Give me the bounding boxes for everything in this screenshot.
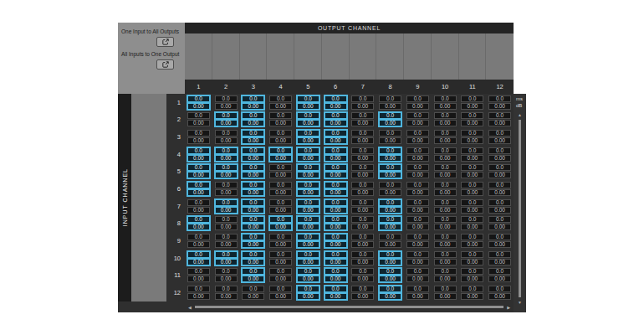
gain-value-box[interactable]: 0.00 <box>406 241 429 248</box>
delay-value-box[interactable]: 0.0 <box>351 216 374 223</box>
gain-value-box[interactable]: 0.00 <box>461 259 483 265</box>
delay-value-box[interactable]: 0.0 <box>325 286 347 292</box>
gain-value-box[interactable]: 0.00 <box>351 241 374 248</box>
delay-value-box[interactable]: 0.0 <box>434 112 457 119</box>
delay-value-box[interactable]: 0.0 <box>187 164 210 171</box>
delay-value-box[interactable]: 0.0 <box>269 130 292 137</box>
gain-value-box[interactable]: 0.00 <box>297 189 319 196</box>
delay-value-box[interactable]: 0.0 <box>242 95 264 102</box>
gain-value-box[interactable]: 0.00 <box>269 137 292 144</box>
gain-value-box[interactable]: 0.00 <box>351 224 374 230</box>
delay-value-box[interactable]: 0.0 <box>488 130 511 137</box>
delay-value-box[interactable]: 0.0 <box>461 112 483 119</box>
gain-value-box[interactable]: 0.00 <box>242 276 264 282</box>
scroll-left-arrow[interactable]: ◀ <box>188 305 192 310</box>
delay-value-box[interactable]: 0.0 <box>215 130 238 137</box>
delay-value-box[interactable]: 0.0 <box>325 234 347 240</box>
delay-value-box[interactable]: 0.0 <box>351 268 374 275</box>
gain-value-box[interactable]: 0.00 <box>269 120 292 126</box>
gain-value-box[interactable]: 0.00 <box>242 137 264 144</box>
gain-value-box[interactable]: 0.00 <box>488 224 511 230</box>
gain-value-box[interactable]: 0.00 <box>187 120 210 126</box>
delay-value-box[interactable]: 0.0 <box>269 147 292 154</box>
gain-value-box[interactable]: 0.00 <box>488 276 511 282</box>
scroll-up-arrow[interactable]: ▲ <box>514 112 526 117</box>
gain-value-box[interactable]: 0.00 <box>325 259 347 265</box>
gain-value-box[interactable]: 0.00 <box>269 103 292 110</box>
gain-value-box[interactable]: 0.00 <box>297 137 319 144</box>
gain-value-box[interactable]: 0.00 <box>242 189 264 196</box>
gain-value-box[interactable]: 0.00 <box>215 276 238 282</box>
gain-value-box[interactable]: 0.00 <box>488 120 511 126</box>
gain-value-box[interactable]: 0.00 <box>297 293 319 300</box>
delay-value-box[interactable]: 0.0 <box>269 199 292 206</box>
delay-value-box[interactable]: 0.0 <box>325 182 347 188</box>
delay-value-box[interactable]: 0.0 <box>461 130 483 137</box>
gain-value-box[interactable]: 0.00 <box>215 137 238 144</box>
gain-value-box[interactable]: 0.00 <box>379 259 401 265</box>
gain-value-box[interactable]: 0.00 <box>215 155 238 162</box>
delay-value-box[interactable]: 0.0 <box>242 182 264 188</box>
gain-value-box[interactable]: 0.00 <box>325 241 347 248</box>
gain-value-box[interactable]: 0.00 <box>242 224 264 230</box>
gain-value-box[interactable]: 0.00 <box>461 189 483 196</box>
gain-value-box[interactable]: 0.00 <box>461 241 483 248</box>
gain-value-box[interactable]: 0.00 <box>379 120 401 126</box>
gain-value-box[interactable]: 0.00 <box>434 276 457 282</box>
delay-value-box[interactable]: 0.0 <box>187 130 210 137</box>
gain-value-box[interactable]: 0.00 <box>297 155 319 162</box>
delay-value-box[interactable]: 0.0 <box>187 95 210 102</box>
delay-value-box[interactable]: 0.0 <box>351 147 374 154</box>
gain-value-box[interactable]: 0.00 <box>269 172 292 178</box>
delay-value-box[interactable]: 0.0 <box>187 182 210 188</box>
delay-value-box[interactable]: 0.0 <box>242 251 264 258</box>
delay-value-box[interactable]: 0.0 <box>269 95 292 102</box>
delay-value-box[interactable]: 0.0 <box>488 216 511 223</box>
gain-value-box[interactable]: 0.00 <box>325 137 347 144</box>
gain-value-box[interactable]: 0.00 <box>488 103 511 110</box>
delay-value-box[interactable]: 0.0 <box>461 147 483 154</box>
delay-value-box[interactable]: 0.0 <box>351 164 374 171</box>
scroll-down-arrow[interactable]: ▼ <box>514 300 526 305</box>
gain-value-box[interactable]: 0.00 <box>325 189 347 196</box>
gain-value-box[interactable]: 0.00 <box>297 120 319 126</box>
delay-value-box[interactable]: 0.0 <box>269 112 292 119</box>
gain-value-box[interactable]: 0.00 <box>215 172 238 178</box>
delay-value-box[interactable]: 0.0 <box>269 268 292 275</box>
delay-value-box[interactable]: 0.0 <box>406 112 429 119</box>
gain-value-box[interactable]: 0.00 <box>187 155 210 162</box>
delay-value-box[interactable]: 0.0 <box>215 164 238 171</box>
gain-value-box[interactable]: 0.00 <box>461 224 483 230</box>
horizontal-scrollbar[interactable]: ◀ ▶ <box>185 302 514 312</box>
horizontal-scrollbar-thumb[interactable] <box>195 306 503 308</box>
delay-value-box[interactable]: 0.0 <box>215 234 238 240</box>
delay-value-box[interactable]: 0.0 <box>406 182 429 188</box>
gain-value-box[interactable]: 0.00 <box>379 293 401 300</box>
delay-value-box[interactable]: 0.0 <box>379 112 401 119</box>
delay-value-box[interactable]: 0.0 <box>351 286 374 292</box>
delay-value-box[interactable]: 0.0 <box>406 164 429 171</box>
delay-value-box[interactable]: 0.0 <box>242 234 264 240</box>
delay-value-box[interactable]: 0.0 <box>325 268 347 275</box>
delay-value-box[interactable]: 0.0 <box>434 286 457 292</box>
delay-value-box[interactable]: 0.0 <box>215 182 238 188</box>
delay-value-box[interactable]: 0.0 <box>325 112 347 119</box>
gain-value-box[interactable]: 0.00 <box>242 155 264 162</box>
delay-value-box[interactable]: 0.0 <box>434 95 457 102</box>
delay-value-box[interactable]: 0.0 <box>242 130 264 137</box>
gain-value-box[interactable]: 0.00 <box>325 224 347 230</box>
gain-value-box[interactable]: 0.00 <box>297 207 319 214</box>
delay-value-box[interactable]: 0.0 <box>242 164 264 171</box>
gain-value-box[interactable]: 0.00 <box>215 259 238 265</box>
scroll-right-arrow[interactable]: ▶ <box>507 305 510 310</box>
delay-value-box[interactable]: 0.0 <box>297 199 319 206</box>
gain-value-box[interactable]: 0.00 <box>406 189 429 196</box>
gain-value-box[interactable]: 0.00 <box>379 207 401 214</box>
gain-value-box[interactable]: 0.00 <box>269 155 292 162</box>
delay-value-box[interactable]: 0.0 <box>406 216 429 223</box>
gain-value-box[interactable]: 0.00 <box>215 189 238 196</box>
gain-value-box[interactable]: 0.00 <box>406 276 429 282</box>
gain-value-box[interactable]: 0.00 <box>325 207 347 214</box>
delay-value-box[interactable]: 0.0 <box>351 251 374 258</box>
delay-value-box[interactable]: 0.0 <box>269 182 292 188</box>
